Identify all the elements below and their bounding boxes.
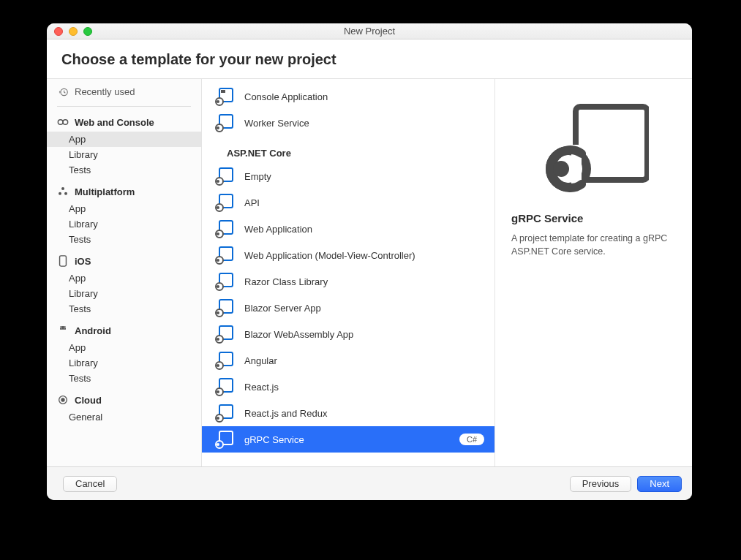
template-label: Web Application — [244, 224, 484, 235]
sidebar-item-ios-library[interactable]: Library — [47, 286, 201, 301]
history-icon — [59, 87, 69, 97]
csharp-project-icon — [215, 404, 234, 423]
template-preview-pane: gRPC Service A project template for crea… — [495, 79, 692, 466]
traffic-lights — [54, 27, 92, 36]
template-react-redux[interactable]: React.js and Redux — [202, 400, 494, 426]
template-label: React.js — [244, 382, 484, 393]
svg-rect-6 — [60, 256, 67, 266]
svg-point-4 — [59, 192, 61, 195]
template-label: Angular — [244, 355, 484, 366]
svg-point-47 — [217, 417, 219, 420]
preview-title: gRPC Service — [511, 212, 676, 224]
svg-point-41 — [217, 364, 219, 367]
template-react[interactable]: React.js — [202, 374, 494, 400]
sidebar-cat-multiplatform[interactable]: Multiplatform — [47, 182, 201, 201]
zoom-window-button[interactable] — [83, 27, 92, 36]
template-grpc-service[interactable]: gRPC Service C# — [202, 426, 494, 453]
csharp-project-icon — [215, 193, 234, 212]
template-label: Web Application (Model-View-Controller) — [244, 250, 484, 261]
sidebar-cat-android[interactable]: Android — [47, 321, 201, 340]
sidebar-cat-cloud[interactable]: Cloud — [47, 390, 201, 409]
template-label: gRPC Service — [244, 434, 449, 445]
svg-point-17 — [217, 126, 219, 129]
sidebar-item-android-app[interactable]: App — [47, 340, 201, 355]
sidebar-item-mp-app[interactable]: App — [47, 201, 201, 216]
csharp-project-icon — [215, 246, 234, 265]
csharp-project-icon — [215, 87, 234, 106]
sidebar-item-ios-app[interactable]: App — [47, 270, 201, 286]
template-razor-class-library[interactable]: Razor Class Library — [202, 268, 494, 295]
template-console-application[interactable]: Console Application — [202, 83, 494, 110]
svg-point-38 — [217, 338, 219, 341]
sidebar-cat-ios[interactable]: iOS — [47, 251, 201, 270]
sidebar-cat-label: Multiplatform — [75, 186, 135, 197]
csharp-project-icon — [215, 113, 234, 132]
sidebar-separator — [57, 106, 191, 107]
template-label: React.js and Redux — [244, 408, 484, 419]
csharp-project-icon — [215, 430, 234, 449]
cloud-icon — [57, 394, 69, 406]
template-angular[interactable]: Angular — [202, 347, 494, 374]
new-project-dialog: New Project Choose a template for your n… — [47, 23, 692, 500]
template-blazor-webassembly-app[interactable]: Blazor WebAssembly App — [202, 321, 494, 347]
svg-point-10 — [61, 398, 64, 401]
svg-point-14 — [217, 100, 219, 103]
svg-point-2 — [63, 120, 68, 125]
template-preview-icon — [539, 99, 649, 194]
template-web-application-mvc[interactable]: Web Application (Model-View-Controller) — [202, 242, 494, 268]
dialog-header: Choose a template for your new project — [47, 39, 692, 79]
ios-icon — [57, 255, 69, 267]
template-section-title: ASP.NET Core — [202, 142, 494, 163]
csharp-project-icon — [215, 272, 234, 291]
sidebar-item-label: Recently used — [75, 86, 135, 97]
minimize-window-button[interactable] — [69, 27, 78, 36]
svg-point-35 — [217, 311, 219, 314]
sidebar-cat-web-and-console[interactable]: Web and Console — [47, 113, 201, 132]
template-web-application[interactable]: Web Application — [202, 216, 494, 242]
language-pill[interactable]: C# — [459, 434, 484, 445]
csharp-project-icon — [215, 377, 234, 396]
svg-point-5 — [64, 192, 67, 195]
template-label: Blazor Server App — [244, 303, 484, 314]
sidebar-recently-used[interactable]: Recently used — [47, 79, 201, 103]
sidebar-item-ios-tests[interactable]: Tests — [47, 301, 201, 317]
csharp-project-icon — [215, 219, 234, 238]
template-api[interactable]: API — [202, 189, 494, 216]
sidebar-item-mp-tests[interactable]: Tests — [47, 232, 201, 247]
svg-point-54 — [553, 161, 569, 177]
sidebar-item-mp-library[interactable]: Library — [47, 216, 201, 232]
sidebar-cat-label: iOS — [75, 256, 91, 267]
dialog-footer: Cancel Previous Next — [47, 466, 692, 500]
sidebar-item-web-library[interactable]: Library — [47, 147, 201, 162]
template-empty[interactable]: Empty — [202, 163, 494, 189]
csharp-project-icon — [215, 325, 234, 344]
template-label: Empty — [244, 171, 484, 182]
svg-rect-12 — [221, 90, 225, 93]
sidebar-cat-label: Android — [75, 325, 111, 336]
titlebar: New Project — [47, 23, 692, 39]
csharp-project-icon — [215, 167, 234, 186]
sidebar-item-android-library[interactable]: Library — [47, 355, 201, 371]
csharp-project-icon — [215, 298, 234, 317]
template-worker-service[interactable]: Worker Service — [202, 110, 494, 136]
android-icon — [57, 325, 69, 336]
svg-point-26 — [217, 232, 219, 235]
previous-button[interactable]: Previous — [570, 476, 632, 492]
svg-point-3 — [61, 187, 64, 190]
sidebar-item-web-tests[interactable]: Tests — [47, 162, 201, 178]
close-window-button[interactable] — [54, 27, 63, 36]
cancel-button[interactable]: Cancel — [63, 476, 117, 492]
next-button[interactable]: Next — [637, 476, 682, 492]
sidebar-item-web-app[interactable]: App — [47, 132, 201, 147]
sidebar-item-cloud-general[interactable]: General — [47, 409, 201, 425]
page-title: Choose a template for your new project — [61, 51, 677, 68]
template-blazor-server-app[interactable]: Blazor Server App — [202, 295, 494, 321]
category-sidebar: Recently used Web and Console App Librar… — [47, 79, 202, 466]
dialog-body: Recently used Web and Console App Librar… — [47, 79, 692, 466]
svg-point-32 — [217, 285, 219, 288]
sidebar-cat-label: Cloud — [75, 395, 102, 406]
sidebar-item-android-tests[interactable]: Tests — [47, 371, 201, 386]
dotnet-icon — [57, 116, 69, 128]
svg-point-29 — [217, 259, 219, 262]
svg-point-20 — [217, 180, 219, 183]
